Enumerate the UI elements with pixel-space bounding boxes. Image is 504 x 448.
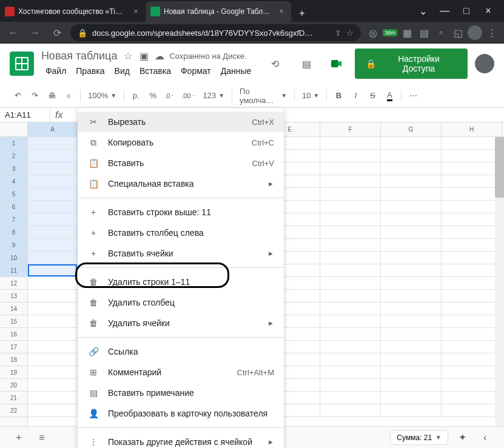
number-format-dropdown[interactable]: 123▼ <box>199 88 228 104</box>
cell[interactable] <box>28 404 78 417</box>
cell[interactable] <box>28 277 78 290</box>
cell[interactable] <box>442 137 502 150</box>
cell[interactable] <box>381 303 442 315</box>
row-header[interactable]: 2 <box>0 150 27 162</box>
redo-button[interactable]: ↷ <box>27 88 42 104</box>
row-header[interactable]: 18 <box>0 353 27 366</box>
close-icon[interactable]: × <box>277 7 286 16</box>
row-header[interactable]: 19 <box>0 366 27 379</box>
cell[interactable] <box>320 303 381 315</box>
currency-button[interactable]: р. <box>128 88 144 104</box>
context-menu-item[interactable]: +Вставить ячейки► <box>78 243 284 264</box>
cell[interactable] <box>28 341 78 353</box>
profile-avatar[interactable] <box>468 25 482 40</box>
cell[interactable] <box>381 226 442 239</box>
back-button[interactable]: ← <box>5 24 22 41</box>
cell[interactable] <box>28 137 78 150</box>
column-header[interactable]: G <box>381 122 442 136</box>
cell[interactable] <box>442 303 502 315</box>
row-header[interactable]: 10 <box>0 252 27 264</box>
cell[interactable] <box>320 404 381 417</box>
document-title[interactable]: Новая таблица <box>41 50 118 62</box>
cell[interactable] <box>381 162 442 175</box>
more-tools-button[interactable]: ⋯ <box>405 88 421 104</box>
cell[interactable] <box>442 341 502 353</box>
cell[interactable] <box>28 315 78 328</box>
cell[interactable] <box>442 150 502 162</box>
column-header[interactable]: F <box>320 122 381 136</box>
context-menu-item[interactable]: 📋Специальная вставка► <box>78 173 284 194</box>
undo-button[interactable]: ↶ <box>10 88 25 104</box>
explore-button[interactable]: ✦ <box>453 429 471 447</box>
row-header[interactable]: 3 <box>0 162 27 175</box>
close-icon[interactable]: × <box>131 7 141 16</box>
cell[interactable] <box>381 137 442 150</box>
cell[interactable] <box>381 353 442 366</box>
cell[interactable] <box>381 315 442 328</box>
user-avatar[interactable] <box>475 54 494 73</box>
scrollbar-thumb[interactable] <box>495 137 504 198</box>
cell[interactable] <box>442 213 502 226</box>
star-icon[interactable]: ☆ <box>346 28 354 38</box>
font-dropdown[interactable]: По умолча…▼ <box>236 88 291 104</box>
close-window-button[interactable]: × <box>480 2 497 19</box>
row-header[interactable]: 11 <box>0 264 27 277</box>
row-header[interactable]: 17 <box>0 341 27 353</box>
row-header[interactable]: 16 <box>0 328 27 341</box>
row-header[interactable]: 22 <box>0 404 27 417</box>
column-header[interactable]: H <box>442 122 502 136</box>
cell[interactable] <box>28 175 78 188</box>
row-header[interactable]: 14 <box>0 303 27 315</box>
cell[interactable] <box>28 264 78 277</box>
paint-format-button[interactable]: ⟐ <box>61 88 76 104</box>
cell[interactable] <box>320 264 381 277</box>
new-tab-button[interactable]: + <box>294 5 311 22</box>
cell[interactable] <box>320 315 381 328</box>
context-menu-item[interactable]: ⊞КомментарийCtrl+Alt+M <box>78 362 284 383</box>
cell[interactable] <box>28 392 78 404</box>
menu-data[interactable]: Данные <box>217 64 256 78</box>
cell[interactable] <box>320 226 381 239</box>
star-icon[interactable]: ☆ <box>122 50 134 62</box>
browser-tab[interactable]: Хостинговое сообщество «Time… × <box>0 1 146 22</box>
bold-button[interactable]: B <box>331 88 346 104</box>
extension-icon[interactable]: ▫ <box>434 25 448 40</box>
cell[interactable] <box>28 201 78 213</box>
row-header[interactable]: 8 <box>0 226 27 239</box>
context-menu-item[interactable]: 🗑Удалить ячейки► <box>78 313 284 333</box>
cell[interactable] <box>381 239 442 252</box>
cell[interactable] <box>28 252 78 264</box>
menu-icon[interactable]: ⋮ <box>485 25 499 40</box>
cell[interactable] <box>320 379 381 392</box>
cell[interactable] <box>381 290 442 303</box>
cell[interactable] <box>320 137 381 150</box>
browser-tab-active[interactable]: Новая таблица - Google Таблиц… × <box>146 1 291 22</box>
cell[interactable] <box>320 188 381 201</box>
cell[interactable] <box>320 366 381 379</box>
row-header[interactable]: 21 <box>0 392 27 404</box>
cell[interactable] <box>381 252 442 264</box>
cell[interactable] <box>442 188 502 201</box>
context-menu-item[interactable]: ✂ВырезатьCtrl+X <box>78 112 284 132</box>
menu-format[interactable]: Формат <box>176 64 215 78</box>
context-menu-item[interactable]: ⧉КопироватьCtrl+C <box>78 132 284 153</box>
context-menu-item[interactable]: ⋮Показать другие действия с ячейкой► <box>78 432 284 448</box>
percent-button[interactable]: % <box>145 88 161 104</box>
cell[interactable] <box>442 366 502 379</box>
cell[interactable] <box>442 392 502 404</box>
menu-edit[interactable]: Правка <box>72 64 109 78</box>
minimize-button[interactable]: — <box>436 2 453 19</box>
extension-icon[interactable]: ◱ <box>451 25 465 40</box>
cell[interactable] <box>381 188 442 201</box>
context-menu-item[interactable]: 🗑Удалить столбец <box>78 292 284 313</box>
cell[interactable] <box>320 341 381 353</box>
decrease-decimal-button[interactable]: .0← <box>162 88 178 104</box>
cell[interactable] <box>28 290 78 303</box>
font-size-dropdown[interactable]: 10▼ <box>298 88 323 104</box>
cell[interactable] <box>320 252 381 264</box>
extension-icon[interactable]: 36m <box>383 25 397 40</box>
side-panel-button[interactable]: ‹ <box>476 429 494 447</box>
context-menu-item[interactable]: 🗑Удалить строки 1–11 <box>78 272 284 292</box>
share-icon[interactable]: ⇧ <box>335 28 341 38</box>
cell[interactable] <box>28 303 78 315</box>
